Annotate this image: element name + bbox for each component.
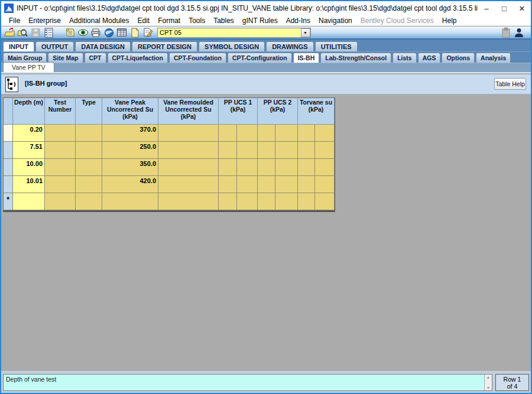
close-button[interactable]: ✕ bbox=[513, 1, 531, 15]
menu-format[interactable]: Format bbox=[154, 17, 184, 25]
tab-site-map[interactable]: Site Map bbox=[48, 53, 83, 63]
cell-pp-ucs-1a[interactable] bbox=[219, 193, 237, 210]
cell-torvane-a[interactable] bbox=[298, 125, 315, 142]
cell-depth[interactable]: 10.00 bbox=[13, 159, 45, 176]
new-document-icon[interactable] bbox=[129, 27, 141, 38]
cell-depth[interactable]: 0.20 bbox=[13, 125, 45, 142]
cell-vane-remoulded[interactable] bbox=[158, 125, 219, 142]
menu-gint-rules[interactable]: gINT Rules bbox=[238, 17, 282, 25]
cell-vane-remoulded[interactable] bbox=[158, 176, 219, 193]
cell-vane-peak[interactable]: 420.0 bbox=[102, 176, 158, 193]
tab-main-group[interactable]: Main Group bbox=[3, 53, 47, 63]
row-selector[interactable] bbox=[4, 142, 13, 159]
menu-add-ins[interactable]: Add-Ins bbox=[282, 17, 314, 25]
report-scroll-icon[interactable] bbox=[64, 27, 76, 38]
menu-enterprise[interactable]: Enterprise bbox=[24, 17, 65, 25]
cell-test-number[interactable] bbox=[45, 176, 76, 193]
cell-type[interactable] bbox=[76, 159, 102, 176]
tab-vane-pp-tv[interactable]: Vane PP TV bbox=[3, 62, 54, 72]
tab-cpt-configuration[interactable]: CPT-Configuration bbox=[228, 53, 292, 63]
notebook-icon[interactable] bbox=[43, 27, 54, 38]
tab-lists[interactable]: Lists bbox=[392, 53, 417, 63]
tab-input[interactable]: INPUT bbox=[3, 41, 34, 51]
row-selector[interactable] bbox=[4, 125, 13, 142]
folder-search-icon[interactable] bbox=[17, 27, 28, 38]
tab-cpt-liquefaction[interactable]: CPT-Liquefaction bbox=[108, 53, 168, 63]
cell-torvane-b[interactable] bbox=[315, 142, 335, 159]
cell-pp-ucs-1a[interactable] bbox=[219, 125, 237, 142]
cell-pp-ucs-2b[interactable] bbox=[275, 142, 298, 159]
menu-edit[interactable]: Edit bbox=[133, 17, 154, 25]
scroll-up-icon[interactable]: ▲ bbox=[485, 375, 492, 380]
new-row-selector[interactable]: * bbox=[4, 193, 13, 210]
cell-torvane-a[interactable] bbox=[298, 159, 315, 176]
cell-type[interactable] bbox=[76, 125, 102, 142]
menu-additional-modules[interactable]: Additional Modules bbox=[65, 17, 133, 25]
row-selector[interactable] bbox=[4, 159, 13, 176]
cell-pp-ucs-2a[interactable] bbox=[258, 176, 275, 193]
table-help-button[interactable]: Table Help bbox=[494, 78, 526, 90]
cell-vane-peak[interactable]: 370.0 bbox=[102, 125, 158, 142]
cell-torvane-b[interactable] bbox=[315, 159, 335, 176]
cell-type[interactable] bbox=[76, 176, 102, 193]
cell-pp-ucs-1b[interactable] bbox=[237, 125, 258, 142]
menu-tables[interactable]: Tables bbox=[209, 17, 238, 25]
tab-analysis[interactable]: Analysis bbox=[476, 53, 511, 63]
cell-pp-ucs-2b[interactable] bbox=[275, 159, 298, 176]
cell-pp-ucs-1a[interactable] bbox=[219, 159, 237, 176]
cell-vane-remoulded[interactable] bbox=[158, 159, 219, 176]
tab-is-bh[interactable]: IS-BH bbox=[293, 53, 320, 63]
combo-dropdown-arrow-icon[interactable]: ▼ bbox=[301, 28, 310, 37]
asset-combobox[interactable]: CPT 05 ▼ bbox=[157, 28, 311, 38]
open-folder-icon[interactable] bbox=[4, 27, 15, 38]
cell-depth[interactable]: 7.51 bbox=[13, 142, 45, 159]
cell-test-number[interactable] bbox=[45, 125, 76, 142]
cell-torvane-a[interactable] bbox=[298, 142, 315, 159]
save-icon[interactable] bbox=[30, 27, 41, 38]
cell-pp-ucs-1a[interactable] bbox=[219, 142, 237, 159]
cell-torvane-a[interactable] bbox=[298, 176, 315, 193]
cell-pp-ucs-2b[interactable] bbox=[275, 176, 298, 193]
scroll-down-icon[interactable]: ▼ bbox=[485, 385, 492, 390]
cell-pp-ucs-2b[interactable] bbox=[275, 125, 298, 142]
row-selector[interactable] bbox=[4, 176, 13, 193]
menu-tools[interactable]: Tools bbox=[184, 17, 209, 25]
globe-icon[interactable] bbox=[103, 27, 115, 38]
tab-symbol-design[interactable]: SYMBOL DESIGN bbox=[199, 41, 265, 51]
tab-lab-strength-consol[interactable]: Lab-Strength/Consol bbox=[320, 53, 391, 63]
cell-torvane-b[interactable] bbox=[315, 125, 335, 142]
cell-depth[interactable] bbox=[13, 193, 45, 210]
cell-pp-ucs-1b[interactable] bbox=[237, 176, 258, 193]
menu-help[interactable]: Help bbox=[438, 17, 461, 25]
cell-type[interactable] bbox=[76, 193, 102, 210]
eye-preview-icon[interactable] bbox=[77, 27, 89, 38]
menu-navigation[interactable]: Navigation bbox=[314, 17, 356, 25]
tab-report-design[interactable]: REPORT DESIGN bbox=[132, 41, 197, 51]
cell-pp-ucs-2a[interactable] bbox=[258, 125, 275, 142]
cell-type[interactable] bbox=[76, 142, 102, 159]
cell-pp-ucs-1b[interactable] bbox=[237, 193, 258, 210]
cell-pp-ucs-1b[interactable] bbox=[237, 159, 258, 176]
tab-ags[interactable]: AGS bbox=[418, 53, 441, 63]
cell-torvane-b[interactable] bbox=[315, 193, 335, 210]
cell-pp-ucs-2a[interactable] bbox=[258, 193, 275, 210]
tab-output[interactable]: OUTPUT bbox=[35, 41, 74, 51]
cell-test-number[interactable] bbox=[45, 159, 76, 176]
printer-icon[interactable] bbox=[90, 27, 102, 38]
tab-cpt-foundation[interactable]: CPT-Foundation bbox=[169, 53, 226, 63]
edit-document-icon[interactable] bbox=[142, 27, 154, 38]
cell-vane-remoulded[interactable] bbox=[158, 193, 219, 210]
menu-file[interactable]: File bbox=[5, 17, 24, 25]
tab-drawings[interactable]: DRAWINGS bbox=[266, 41, 314, 51]
tab-cpt[interactable]: CPT bbox=[85, 53, 106, 63]
cell-pp-ucs-2a[interactable] bbox=[258, 142, 275, 159]
clipboard-icon[interactable] bbox=[500, 27, 512, 38]
maximize-button[interactable]: □ bbox=[495, 1, 513, 15]
cell-pp-ucs-2b[interactable] bbox=[275, 193, 298, 210]
description-scrollbar[interactable]: ▲ ▼ bbox=[484, 375, 492, 390]
cell-torvane-a[interactable] bbox=[298, 193, 315, 210]
table-grid-icon[interactable] bbox=[116, 27, 128, 38]
cell-vane-remoulded[interactable] bbox=[158, 142, 219, 159]
cell-test-number[interactable] bbox=[45, 142, 76, 159]
tab-utilities[interactable]: UTILITIES bbox=[315, 41, 358, 51]
